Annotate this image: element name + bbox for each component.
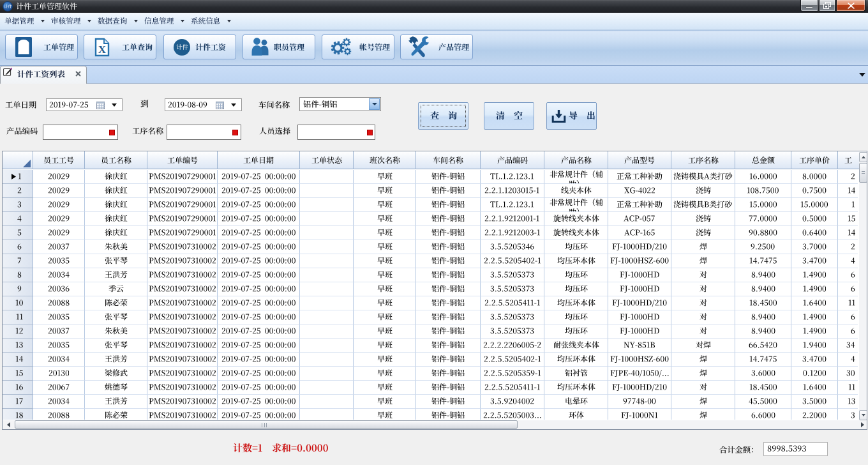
svg-text:X: X (98, 43, 107, 56)
